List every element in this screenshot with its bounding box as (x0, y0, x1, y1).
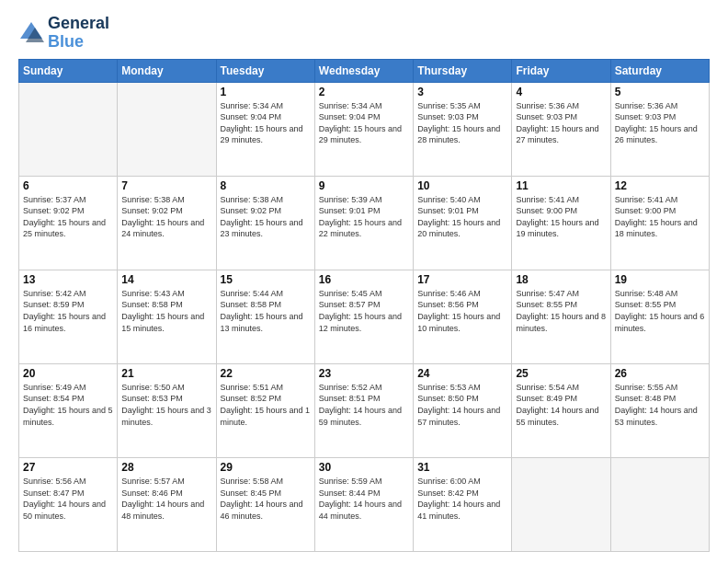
header: General Blue (18, 15, 710, 52)
cell-info: Sunrise: 5:36 AMSunset: 9:03 PMDaylight:… (516, 100, 606, 146)
weekday-header: Friday (512, 59, 610, 82)
cell-info: Sunrise: 5:37 AMSunset: 9:02 PMDaylight:… (23, 194, 113, 240)
day-number: 14 (121, 273, 211, 286)
cell-info: Sunrise: 5:48 AMSunset: 8:55 PMDaylight:… (615, 288, 705, 334)
weekday-header: Monday (118, 59, 216, 82)
cell-info: Sunrise: 5:34 AMSunset: 9:04 PMDaylight:… (221, 100, 311, 146)
calendar-cell: 20Sunrise: 5:49 AMSunset: 8:54 PMDayligh… (19, 363, 118, 457)
day-number: 1 (221, 86, 311, 98)
day-number: 24 (417, 367, 507, 380)
cell-info: Sunrise: 5:53 AMSunset: 8:50 PMDaylight:… (417, 382, 507, 428)
calendar-cell: 30Sunrise: 5:59 AMSunset: 8:44 PMDayligh… (314, 457, 413, 551)
cell-info: Sunrise: 5:52 AMSunset: 8:51 PMDaylight:… (319, 382, 409, 428)
cell-info: Sunrise: 5:57 AMSunset: 8:46 PMDaylight:… (121, 476, 211, 522)
cell-info: Sunrise: 5:58 AMSunset: 8:45 PMDaylight:… (221, 476, 311, 522)
cell-info: Sunrise: 6:00 AMSunset: 8:42 PMDaylight:… (417, 476, 507, 522)
calendar-week-row: 6Sunrise: 5:37 AMSunset: 9:02 PMDaylight… (19, 176, 710, 270)
calendar-cell: 8Sunrise: 5:38 AMSunset: 9:02 PMDaylight… (216, 176, 314, 270)
cell-info: Sunrise: 5:44 AMSunset: 8:58 PMDaylight:… (221, 288, 311, 334)
calendar-cell: 3Sunrise: 5:35 AMSunset: 9:03 PMDaylight… (414, 82, 512, 176)
day-number: 25 (516, 367, 606, 380)
day-number: 15 (221, 273, 311, 286)
calendar-cell: 31Sunrise: 6:00 AMSunset: 8:42 PMDayligh… (414, 457, 512, 551)
cell-info: Sunrise: 5:50 AMSunset: 8:53 PMDaylight:… (121, 382, 211, 428)
calendar-week-row: 13Sunrise: 5:42 AMSunset: 8:59 PMDayligh… (19, 270, 710, 363)
logo-text: General Blue (48, 15, 109, 52)
day-number: 7 (121, 179, 211, 192)
day-number: 9 (319, 179, 409, 192)
weekday-header: Wednesday (314, 59, 413, 82)
calendar-week-row: 20Sunrise: 5:49 AMSunset: 8:54 PMDayligh… (19, 363, 710, 457)
calendar-cell: 23Sunrise: 5:52 AMSunset: 8:51 PMDayligh… (314, 363, 413, 457)
calendar-table: SundayMondayTuesdayWednesdayThursdayFrid… (18, 59, 710, 552)
calendar-cell: 25Sunrise: 5:54 AMSunset: 8:49 PMDayligh… (512, 363, 610, 457)
day-number: 26 (615, 367, 705, 380)
day-number: 3 (417, 86, 507, 98)
calendar-cell: 24Sunrise: 5:53 AMSunset: 8:50 PMDayligh… (414, 363, 512, 457)
day-number: 20 (23, 367, 113, 380)
day-number: 27 (23, 461, 113, 474)
calendar-week-row: 1Sunrise: 5:34 AMSunset: 9:04 PMDaylight… (19, 82, 710, 176)
calendar-cell (19, 82, 118, 176)
calendar-cell: 27Sunrise: 5:56 AMSunset: 8:47 PMDayligh… (19, 457, 118, 551)
calendar-cell: 9Sunrise: 5:39 AMSunset: 9:01 PMDaylight… (314, 176, 413, 270)
calendar-cell: 19Sunrise: 5:48 AMSunset: 8:55 PMDayligh… (610, 270, 709, 363)
cell-info: Sunrise: 5:45 AMSunset: 8:57 PMDaylight:… (319, 288, 409, 334)
calendar-cell: 15Sunrise: 5:44 AMSunset: 8:58 PMDayligh… (216, 270, 314, 363)
day-number: 10 (417, 179, 507, 192)
cell-info: Sunrise: 5:59 AMSunset: 8:44 PMDaylight:… (319, 476, 409, 522)
cell-info: Sunrise: 5:54 AMSunset: 8:49 PMDaylight:… (516, 382, 606, 428)
cell-info: Sunrise: 5:47 AMSunset: 8:55 PMDaylight:… (516, 288, 606, 334)
day-number: 6 (23, 179, 113, 192)
calendar-cell (118, 82, 216, 176)
cell-info: Sunrise: 5:56 AMSunset: 8:47 PMDaylight:… (23, 476, 113, 522)
calendar-cell (610, 457, 709, 551)
day-number: 17 (417, 273, 507, 286)
cell-info: Sunrise: 5:35 AMSunset: 9:03 PMDaylight:… (417, 100, 507, 146)
calendar-cell: 14Sunrise: 5:43 AMSunset: 8:58 PMDayligh… (118, 270, 216, 363)
calendar-cell: 13Sunrise: 5:42 AMSunset: 8:59 PMDayligh… (19, 270, 118, 363)
calendar-cell: 10Sunrise: 5:40 AMSunset: 9:01 PMDayligh… (414, 176, 512, 270)
calendar-cell: 26Sunrise: 5:55 AMSunset: 8:48 PMDayligh… (610, 363, 709, 457)
cell-info: Sunrise: 5:38 AMSunset: 9:02 PMDaylight:… (121, 194, 211, 240)
weekday-header: Tuesday (216, 59, 314, 82)
day-number: 5 (615, 86, 705, 98)
day-number: 19 (615, 273, 705, 286)
calendar-cell: 4Sunrise: 5:36 AMSunset: 9:03 PMDaylight… (512, 82, 610, 176)
cell-info: Sunrise: 5:43 AMSunset: 8:58 PMDaylight:… (121, 288, 211, 334)
day-number: 13 (23, 273, 113, 286)
day-number: 21 (121, 367, 211, 380)
calendar-cell: 16Sunrise: 5:45 AMSunset: 8:57 PMDayligh… (314, 270, 413, 363)
calendar-cell: 21Sunrise: 5:50 AMSunset: 8:53 PMDayligh… (118, 363, 216, 457)
day-number: 16 (319, 273, 409, 286)
page: General Blue SundayMondayTuesdayWednesda… (0, 0, 728, 563)
calendar-header-row: SundayMondayTuesdayWednesdayThursdayFrid… (19, 59, 710, 82)
cell-info: Sunrise: 5:46 AMSunset: 8:56 PMDaylight:… (417, 288, 507, 334)
cell-info: Sunrise: 5:40 AMSunset: 9:01 PMDaylight:… (417, 194, 507, 240)
calendar-cell: 22Sunrise: 5:51 AMSunset: 8:52 PMDayligh… (216, 363, 314, 457)
day-number: 4 (516, 86, 606, 98)
day-number: 2 (319, 86, 409, 98)
cell-info: Sunrise: 5:51 AMSunset: 8:52 PMDaylight:… (221, 382, 311, 428)
day-number: 18 (516, 273, 606, 286)
calendar-cell: 7Sunrise: 5:38 AMSunset: 9:02 PMDaylight… (118, 176, 216, 270)
weekday-header: Saturday (610, 59, 709, 82)
cell-info: Sunrise: 5:34 AMSunset: 9:04 PMDaylight:… (319, 100, 409, 146)
cell-info: Sunrise: 5:42 AMSunset: 8:59 PMDaylight:… (23, 288, 113, 334)
calendar-cell: 1Sunrise: 5:34 AMSunset: 9:04 PMDaylight… (216, 82, 314, 176)
calendar-cell: 2Sunrise: 5:34 AMSunset: 9:04 PMDaylight… (314, 82, 413, 176)
day-number: 12 (615, 179, 705, 192)
day-number: 23 (319, 367, 409, 380)
day-number: 22 (221, 367, 311, 380)
day-number: 8 (221, 179, 311, 192)
cell-info: Sunrise: 5:38 AMSunset: 9:02 PMDaylight:… (221, 194, 311, 240)
cell-info: Sunrise: 5:49 AMSunset: 8:54 PMDaylight:… (23, 382, 113, 428)
cell-info: Sunrise: 5:41 AMSunset: 9:00 PMDaylight:… (516, 194, 606, 240)
day-number: 30 (319, 461, 409, 474)
cell-info: Sunrise: 5:39 AMSunset: 9:01 PMDaylight:… (319, 194, 409, 240)
day-number: 31 (417, 461, 507, 474)
day-number: 28 (121, 461, 211, 474)
weekday-header: Thursday (414, 59, 512, 82)
day-number: 29 (221, 461, 311, 474)
calendar-cell: 12Sunrise: 5:41 AMSunset: 9:00 PMDayligh… (610, 176, 709, 270)
